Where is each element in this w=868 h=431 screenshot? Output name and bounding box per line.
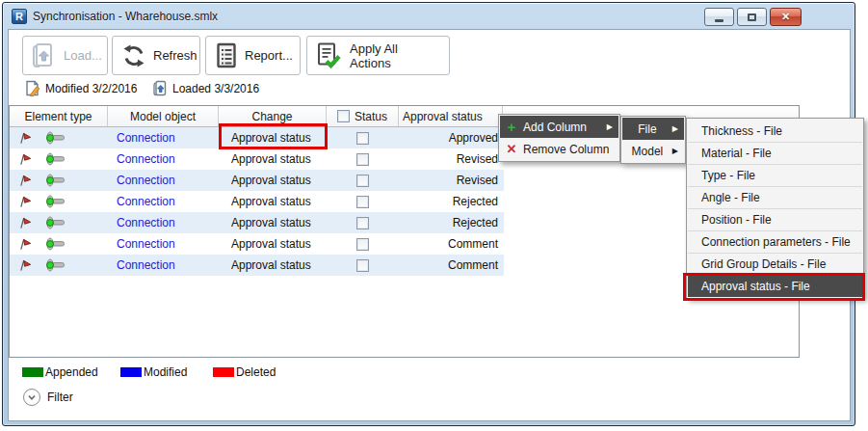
model-object-link[interactable]: Connection — [117, 152, 175, 166]
column-context-menu: + Add Column ▶ ✕ Remove Column — [498, 114, 620, 162]
maximize-button[interactable] — [737, 8, 767, 26]
column-header-approval-status[interactable]: Approval status — [399, 106, 503, 126]
minimize-icon — [715, 19, 723, 22]
table-row[interactable]: Connection Approval status Comment — [10, 255, 504, 276]
column-header-model-object[interactable]: Model object — [108, 106, 219, 126]
filter-expand-button[interactable] — [23, 389, 40, 406]
element-type-cell — [10, 233, 108, 255]
chevron-down-icon — [26, 391, 38, 403]
maximize-icon — [748, 13, 756, 21]
menu-item-grid-group-details-file[interactable]: Grid Group Details - File — [688, 253, 862, 275]
menu-item-label: Thickness - File — [701, 124, 856, 138]
approval-status-cell: Revised — [399, 170, 503, 191]
flag-icon — [18, 237, 33, 252]
close-button[interactable]: ✕ — [770, 8, 802, 26]
legend-deleted: Deleted — [213, 365, 276, 379]
approval-status-cell: Comment — [399, 255, 503, 276]
model-object-link[interactable]: Connection — [117, 216, 175, 229]
flag-icon — [18, 152, 33, 167]
load-button[interactable]: Load... — [22, 36, 108, 75]
table-row[interactable]: Connection Approval status Rejected — [10, 191, 504, 212]
menu-item-label: Grid Group Details - File — [701, 257, 856, 271]
model-object-link[interactable]: Connection — [117, 258, 175, 272]
element-type-cell — [10, 148, 108, 170]
column-header-element-type[interactable]: Element type — [10, 106, 108, 126]
status-checkbox[interactable] — [356, 175, 369, 187]
remove-column-label: Remove Column — [523, 143, 613, 156]
status-checkbox[interactable] — [356, 153, 369, 166]
load-button-label: Load... — [64, 48, 102, 63]
change-cell: Approval status — [219, 212, 327, 233]
status-header-checkbox[interactable] — [337, 110, 350, 122]
modified-color-swatch — [120, 367, 142, 377]
status-checkbox[interactable] — [356, 238, 369, 251]
menu-item-label: Material - File — [701, 147, 856, 160]
menu-item-position-file[interactable]: Position - File — [688, 208, 862, 230]
titlebar[interactable]: R Synchronisation - Wharehouse.smlx ✕ — [3, 3, 855, 29]
flag-icon — [18, 131, 33, 146]
column-header-status[interactable]: Status — [327, 106, 399, 126]
status-checkbox[interactable] — [356, 259, 369, 272]
refresh-button[interactable]: Refresh — [112, 36, 200, 75]
model-object-link[interactable]: Connection — [117, 195, 175, 208]
menu-item-file[interactable]: File ▶ — [622, 118, 684, 140]
model-object-link[interactable]: Connection — [117, 174, 175, 187]
menu-item-model[interactable]: Model ▶ — [622, 140, 684, 162]
menu-item-add-column[interactable]: + Add Column ▶ — [500, 116, 618, 138]
close-icon: ✕ — [781, 12, 790, 22]
approval-status-cell: Rejected — [399, 191, 503, 212]
menu-item-type-file[interactable]: Type - File — [688, 164, 862, 186]
connection-status-icon — [44, 131, 66, 145]
flag-icon — [18, 195, 33, 209]
menu-item-thickness-file[interactable]: Thickness - File — [688, 120, 862, 142]
loaded-status: Loaded 3/3/2016 — [153, 80, 259, 96]
report-button[interactable]: Report... — [205, 36, 301, 75]
deleted-color-swatch — [213, 367, 234, 377]
flag-icon — [18, 216, 33, 230]
model-object-link[interactable]: Connection — [117, 237, 175, 251]
change-cell: Approval status — [219, 148, 327, 170]
menu-item-label: Connection parameters - File — [701, 235, 856, 249]
status-checkbox[interactable] — [356, 217, 369, 229]
change-cell: Approval status — [219, 233, 327, 255]
desktop: R Synchronisation - Wharehouse.smlx ✕ Lo… — [0, 0, 868, 431]
load-icon — [32, 42, 57, 68]
change-cell: Approval status — [219, 191, 327, 212]
connection-status-icon — [44, 237, 66, 251]
connection-status-icon — [44, 258, 66, 272]
submenu-arrow-icon: ▶ — [672, 148, 678, 155]
approval-status-cell: Rejected — [399, 212, 503, 233]
table-row[interactable]: Connection Approval status Rejected — [10, 212, 504, 233]
menu-item-angle-file[interactable]: Angle - File — [688, 186, 862, 208]
remove-x-icon: ✕ — [506, 143, 517, 155]
element-type-cell — [10, 127, 108, 148]
flag-icon — [18, 258, 33, 273]
legend-appended-label: Appended — [45, 365, 98, 379]
element-type-cell — [10, 212, 108, 233]
legend-deleted-label: Deleted — [236, 365, 276, 379]
submenu-arrow-icon: ▶ — [607, 123, 613, 131]
table-row[interactable]: Connection Approval status Revised — [10, 170, 504, 191]
table-row[interactable]: Connection Approval status Revised — [10, 148, 504, 170]
minimize-button[interactable] — [704, 8, 734, 26]
file-label: File — [628, 122, 667, 136]
status-checkbox[interactable] — [356, 132, 369, 145]
legend-modified-label: Modified — [144, 365, 187, 379]
connection-status-icon — [44, 195, 66, 208]
connection-status-icon — [44, 216, 66, 229]
model-label: Model — [628, 145, 667, 158]
element-type-cell — [10, 170, 108, 191]
menu-item-remove-column[interactable]: ✕ Remove Column — [500, 138, 618, 160]
report-icon — [215, 42, 238, 68]
menu-item-material-file[interactable]: Material - File — [688, 142, 862, 164]
report-button-label: Report... — [245, 48, 293, 63]
table-row[interactable]: Connection Approval status Comment — [10, 233, 504, 255]
model-object-link[interactable]: Connection — [117, 131, 175, 145]
menu-item-connection-parameters-file[interactable]: Connection parameters - File — [688, 230, 862, 253]
column-source-submenu: File ▶ Model ▶ — [620, 116, 686, 164]
status-checkbox[interactable] — [356, 196, 369, 208]
refresh-button-label: Refresh — [153, 48, 197, 63]
apply-all-actions-button[interactable]: Apply All Actions — [306, 36, 450, 75]
element-type-cell — [10, 191, 108, 212]
window-title: Synchronisation - Wharehouse.smlx — [33, 10, 218, 23]
